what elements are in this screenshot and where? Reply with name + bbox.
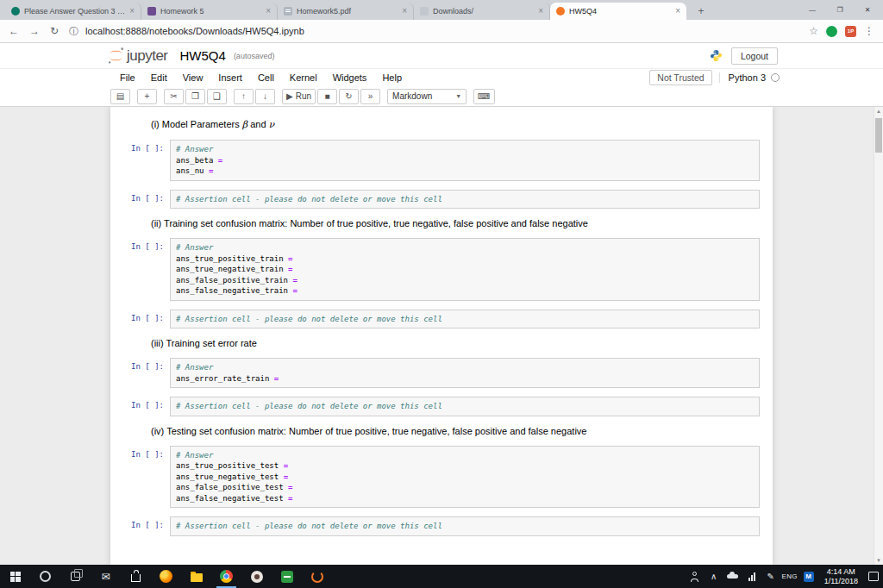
scrollbar-thumb[interactable] bbox=[875, 118, 882, 153]
answer-cell-i[interactable]: In [ ]:# Answerans_beta =ans_nu = bbox=[123, 135, 760, 185]
cell-input-area[interactable]: # Assertion cell - please do not delete … bbox=[170, 310, 760, 329]
assertion-cell-3[interactable]: In [ ]:# Assertion cell - please do not … bbox=[123, 392, 760, 421]
maximize-button[interactable]: ❐ bbox=[826, 0, 854, 19]
jupyter-app-taskbar-button[interactable] bbox=[302, 565, 332, 588]
cortana-search-button[interactable] bbox=[30, 565, 60, 588]
cell-type-dropdown[interactable]: Markdown▼ bbox=[387, 89, 467, 104]
markdown-cell-i[interactable]: (i) Model Parameters β and ν bbox=[123, 114, 760, 135]
new-tab-button[interactable]: + bbox=[690, 3, 712, 18]
app-ball-taskbar-button[interactable] bbox=[241, 565, 272, 588]
windows-ink-button[interactable]: ✎ bbox=[761, 565, 780, 588]
tab-close-icon[interactable]: × bbox=[129, 7, 135, 16]
command-palette-button[interactable]: ⌨ bbox=[473, 89, 494, 104]
jupyter-toolbar: ▤+✂❐❑↑↓▶Run■↻»Markdown▼⌨ bbox=[0, 86, 883, 107]
tab-close-icon[interactable]: × bbox=[675, 7, 680, 16]
page-scrollbar[interactable]: ▲ ▼ bbox=[874, 107, 883, 565]
menu-cell[interactable]: Cell bbox=[250, 72, 282, 83]
address-bar[interactable]: ⓘ localhost:8888/notebooks/Downloads/HW5… bbox=[69, 25, 798, 38]
copy-cell-button[interactable]: ❐ bbox=[185, 89, 205, 104]
menu-insert[interactable]: Insert bbox=[210, 72, 250, 83]
browser-tab-chegg[interactable]: Please Answer Question 3 | Cheg× bbox=[5, 3, 141, 20]
minimize-button[interactable]: — bbox=[798, 0, 826, 19]
extension-green-icon[interactable] bbox=[826, 26, 837, 37]
markdown-cell-iii[interactable]: (iii) Training set error rate bbox=[123, 333, 760, 353]
cut-cell-button[interactable]: ✂ bbox=[164, 89, 184, 104]
run-cell-button[interactable]: ▶Run bbox=[282, 89, 316, 104]
forward-icon[interactable]: → bbox=[29, 25, 40, 37]
interrupt-kernel-button[interactable]: ■ bbox=[317, 89, 337, 104]
tab-close-icon[interactable]: × bbox=[266, 7, 271, 16]
markdown-cell-iv[interactable]: (iv) Testing set confusion matrix: Numbe… bbox=[123, 421, 760, 441]
move-cell-up-button[interactable]: ↑ bbox=[234, 89, 254, 104]
url-text[interactable]: localhost:8888/notebooks/Downloads/HW5Q4… bbox=[85, 26, 304, 36]
action-center-button[interactable] bbox=[864, 565, 883, 588]
store-taskbar-button[interactable] bbox=[121, 565, 151, 588]
app-green-taskbar-button[interactable] bbox=[272, 565, 302, 588]
file-explorer-taskbar-button[interactable] bbox=[181, 565, 211, 588]
bookmark-star-icon[interactable]: ☆ bbox=[809, 25, 818, 37]
menu-edit[interactable]: Edit bbox=[143, 72, 175, 83]
copy-cell-icon: ❐ bbox=[191, 92, 199, 101]
extension-password-icon[interactable]: 1P bbox=[845, 26, 856, 37]
move-cell-down-button[interactable]: ↓ bbox=[255, 89, 275, 104]
assertion-cell-1[interactable]: In [ ]:# Assertion cell - please do not … bbox=[123, 185, 760, 214]
menu-file[interactable]: File bbox=[112, 72, 143, 83]
cell-input-area[interactable]: # Answerans_true_positive_test =ans_true… bbox=[170, 446, 760, 509]
cell-prompt: In [ ]: bbox=[123, 358, 170, 388]
people-button[interactable] bbox=[686, 565, 705, 588]
logout-button[interactable]: Logout bbox=[731, 47, 778, 65]
tab-close-icon[interactable]: × bbox=[402, 7, 407, 16]
jupyter-logo[interactable]: jupyter bbox=[107, 47, 168, 65]
notebook-title[interactable]: HW5Q4 bbox=[180, 48, 226, 63]
assertion-cell-4[interactable]: In [ ]:# Assertion cell - please do not … bbox=[123, 512, 760, 541]
browser-tab-homework5-pdf[interactable]: Homework5.pdf× bbox=[278, 3, 414, 20]
paste-cell-button[interactable]: ❑ bbox=[207, 89, 227, 104]
browser-tab-hw5q4[interactable]: HW5Q4× bbox=[550, 3, 686, 20]
reload-icon[interactable]: ↻ bbox=[50, 25, 59, 37]
menu-widgets[interactable]: Widgets bbox=[325, 72, 375, 83]
language-indicator[interactable]: ENG bbox=[780, 565, 799, 588]
task-view-button[interactable] bbox=[60, 565, 91, 588]
scrollbar-down-icon[interactable]: ▼ bbox=[874, 558, 883, 563]
close-button[interactable]: ✕ bbox=[854, 0, 881, 19]
assertion-cell-2[interactable]: In [ ]:# Assertion cell - please do not … bbox=[123, 305, 760, 334]
restart-run-all-button[interactable]: » bbox=[360, 89, 380, 104]
markdown-cell-ii[interactable]: (ii) Training set confusion matrix: Numb… bbox=[123, 213, 760, 234]
scrollbar-up-icon[interactable]: ▲ bbox=[874, 109, 883, 114]
network-tray-button[interactable] bbox=[742, 565, 761, 588]
menu-view[interactable]: View bbox=[175, 72, 211, 83]
save-button[interactable]: ▤ bbox=[110, 89, 130, 104]
tab-close-icon[interactable]: × bbox=[538, 7, 543, 16]
browser-tab-homework5[interactable]: Homework 5× bbox=[141, 3, 278, 20]
back-icon[interactable]: ← bbox=[9, 25, 19, 37]
cloud-icon bbox=[727, 574, 738, 579]
answer-cell-ii[interactable]: In [ ]:# Answerans_true_positive_train =… bbox=[123, 234, 760, 305]
add-cell-button[interactable]: + bbox=[137, 89, 157, 104]
answer-cell-iv[interactable]: In [ ]:# Answerans_true_positive_test =a… bbox=[123, 441, 760, 513]
browser-tab-downloads[interactable]: Downloads/× bbox=[414, 3, 550, 20]
answer-cell-iii[interactable]: In [ ]:# Answerans_error_rate_train = bbox=[123, 353, 760, 392]
tray-chevron-button[interactable]: ∧ bbox=[705, 565, 723, 588]
cell-input-area[interactable]: # Answerans_true_positive_train =ans_tru… bbox=[170, 238, 760, 301]
start-button[interactable] bbox=[0, 565, 30, 588]
firefox-taskbar-button[interactable] bbox=[151, 565, 181, 588]
menu-help[interactable]: Help bbox=[374, 72, 410, 83]
chrome-taskbar-button[interactable] bbox=[211, 565, 241, 588]
windows-taskbar: ✉ ∧ ✎ ENG M 4:14 AM 1/11/2018 bbox=[0, 565, 883, 588]
tab-title: Downloads/ bbox=[433, 7, 534, 16]
cell-input-area[interactable]: # Assertion cell - please do not delete … bbox=[170, 397, 760, 416]
cell-input-area[interactable]: # Answerans_error_rate_train = bbox=[170, 358, 760, 388]
m-app-icon: M bbox=[804, 572, 814, 582]
tray-m-app-button[interactable]: M bbox=[799, 565, 818, 588]
cell-input-area[interactable]: # Answerans_beta =ans_nu = bbox=[170, 140, 760, 181]
site-info-icon[interactable]: ⓘ bbox=[69, 25, 78, 38]
mail-taskbar-button[interactable]: ✉ bbox=[91, 565, 121, 588]
onedrive-tray-button[interactable] bbox=[723, 565, 742, 588]
trust-status-badge[interactable]: Not Trusted bbox=[649, 70, 711, 85]
browser-menu-icon[interactable]: ⋮ bbox=[864, 25, 874, 37]
menu-kernel[interactable]: Kernel bbox=[282, 72, 325, 83]
cell-input-area[interactable]: # Assertion cell - please do not delete … bbox=[170, 190, 760, 210]
taskbar-clock[interactable]: 4:14 AM 1/11/2018 bbox=[818, 565, 864, 588]
cell-input-area[interactable]: # Assertion cell - please do not delete … bbox=[170, 516, 760, 536]
restart-kernel-button[interactable]: ↻ bbox=[339, 89, 359, 104]
